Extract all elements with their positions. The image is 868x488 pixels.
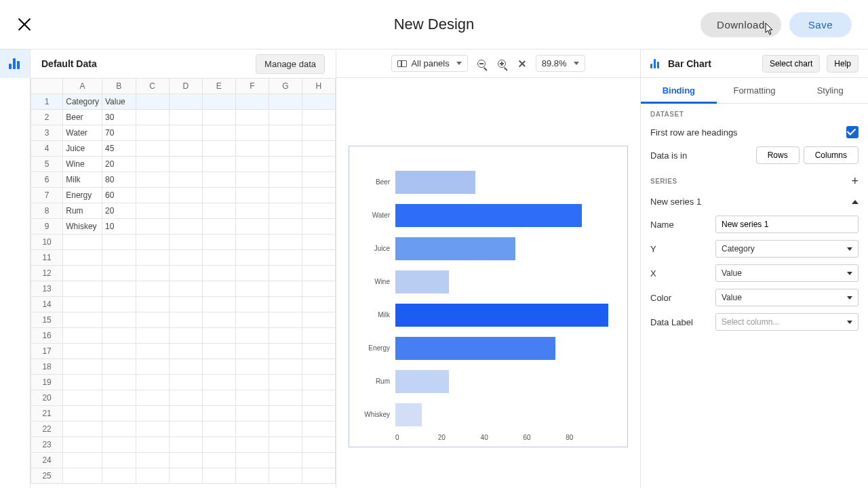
table-row[interactable]: 17 bbox=[31, 344, 336, 359]
series-color-select[interactable]: Value bbox=[715, 289, 859, 306]
chart-bar: Beer bbox=[355, 165, 608, 199]
table-row[interactable]: 11 bbox=[31, 250, 336, 266]
spreadsheet[interactable]: ABCDEFGH1CategoryValue2Beer303Water704Ju… bbox=[31, 78, 336, 488]
zoom-dropdown[interactable]: 89.8% bbox=[536, 55, 585, 72]
table-row[interactable]: 20 bbox=[31, 390, 336, 406]
table-row[interactable]: 18 bbox=[31, 359, 336, 375]
properties-panel: Bar Chart Select chart Help Binding Form… bbox=[641, 49, 868, 488]
table-row[interactable]: 12 bbox=[31, 266, 336, 281]
table-row[interactable]: 13 bbox=[31, 281, 336, 297]
manage-data-button[interactable]: Manage data bbox=[256, 54, 325, 74]
table-row[interactable]: 14 bbox=[31, 297, 336, 312]
chart-bar: Water bbox=[355, 199, 608, 232]
table-row[interactable]: 1CategoryValue bbox=[31, 94, 336, 110]
bar-chart-icon bbox=[9, 58, 21, 69]
table-row[interactable]: 24 bbox=[31, 453, 336, 468]
page-title: New Design bbox=[394, 16, 475, 33]
zoom-value: 89.8% bbox=[542, 58, 567, 68]
table-row[interactable]: 21 bbox=[31, 406, 336, 422]
panels-dropdown[interactable]: All panels bbox=[391, 55, 467, 72]
table-row[interactable]: 10 bbox=[31, 235, 336, 250]
add-series-button[interactable]: + bbox=[851, 175, 859, 187]
zoom-out-button[interactable] bbox=[476, 58, 487, 69]
tab-styling[interactable]: Styling bbox=[792, 78, 868, 103]
help-button[interactable]: Help bbox=[827, 55, 859, 73]
panels-dropdown-label: All panels bbox=[411, 58, 449, 68]
series-datalabel-select[interactable]: Select column... bbox=[715, 313, 859, 331]
reset-zoom-button[interactable] bbox=[517, 58, 528, 69]
table-row[interactable]: 22 bbox=[31, 422, 336, 437]
chart-bar: Whiskey bbox=[355, 398, 608, 431]
chart-bar: Milk bbox=[355, 298, 608, 331]
dataset-section-label: DATASET bbox=[641, 104, 868, 122]
series-name-input[interactable] bbox=[715, 216, 859, 233]
series-name-label: Name bbox=[650, 220, 709, 230]
table-row[interactable]: 7Energy60 bbox=[31, 188, 336, 203]
icon-sidebar bbox=[0, 49, 31, 488]
table-row[interactable]: 15 bbox=[31, 312, 336, 328]
chart-panel: All panels 89.8% Beer Water Juice Wine M… bbox=[336, 49, 641, 488]
series-x-select[interactable]: Value bbox=[715, 264, 859, 282]
table-row[interactable]: 25 bbox=[31, 468, 336, 484]
save-button[interactable]: Save bbox=[789, 12, 852, 37]
data-in-rows-button[interactable]: Rows bbox=[756, 146, 800, 164]
table-row[interactable]: 2Beer30 bbox=[31, 110, 336, 125]
series-color-label: Color bbox=[650, 293, 709, 303]
series-item-label: New series 1 bbox=[650, 197, 701, 207]
first-row-headings-checkbox[interactable] bbox=[846, 126, 859, 138]
data-title: Default Data bbox=[41, 58, 97, 69]
table-row[interactable]: 5Wine20 bbox=[31, 157, 336, 172]
table-row[interactable]: 16 bbox=[31, 328, 336, 344]
sidebar-item-chart[interactable] bbox=[0, 49, 30, 78]
series-y-label: Y bbox=[650, 244, 709, 254]
series-x-label: X bbox=[650, 268, 709, 279]
chart-bar: Wine bbox=[355, 265, 608, 298]
chart-toolbar: All panels 89.8% bbox=[336, 49, 640, 78]
table-row[interactable]: 19 bbox=[31, 375, 336, 390]
bar-chart-icon bbox=[650, 59, 661, 68]
series-y-select[interactable]: Category bbox=[715, 240, 859, 258]
series-datalabel-label: Data Label bbox=[650, 317, 709, 327]
table-row[interactable]: 9Whiskey10 bbox=[31, 219, 336, 235]
select-chart-button[interactable]: Select chart bbox=[762, 55, 820, 73]
tab-binding[interactable]: Binding bbox=[641, 78, 717, 103]
zoom-in-button[interactable] bbox=[496, 58, 507, 69]
chart-bar: Rum bbox=[355, 365, 608, 398]
chart-bar: Energy bbox=[355, 331, 608, 365]
table-row[interactable]: 8Rum20 bbox=[31, 203, 336, 219]
chart-preview[interactable]: Beer Water Juice Wine Milk Energy Rum Wh… bbox=[349, 146, 628, 447]
chevron-down-icon bbox=[574, 62, 579, 65]
series-item[interactable]: New series 1 bbox=[641, 191, 868, 212]
data-in-columns-button[interactable]: Columns bbox=[804, 146, 859, 164]
chevron-down-icon bbox=[456, 62, 462, 65]
data-in-label: Data is in bbox=[650, 150, 751, 161]
chevron-up-icon bbox=[852, 200, 859, 204]
close-icon[interactable] bbox=[16, 16, 33, 33]
table-row[interactable]: 23 bbox=[31, 437, 336, 453]
table-row[interactable]: 6Milk80 bbox=[31, 172, 336, 188]
series-section-label: SERIES bbox=[650, 178, 677, 185]
data-panel: Default Data Manage data ABCDEFGH1Catego… bbox=[31, 49, 336, 488]
chart-bar: Juice bbox=[355, 232, 608, 265]
table-row[interactable]: 4Juice45 bbox=[31, 141, 336, 157]
download-button[interactable]: Download bbox=[701, 12, 781, 37]
panels-icon bbox=[397, 60, 407, 67]
first-row-headings-label: First row are headings bbox=[650, 127, 841, 138]
chart-type-title: Bar Chart bbox=[668, 58, 755, 69]
top-bar: New Design Download Save bbox=[0, 0, 868, 49]
table-row[interactable]: 3Water70 bbox=[31, 125, 336, 141]
tab-formatting[interactable]: Formatting bbox=[717, 78, 793, 103]
